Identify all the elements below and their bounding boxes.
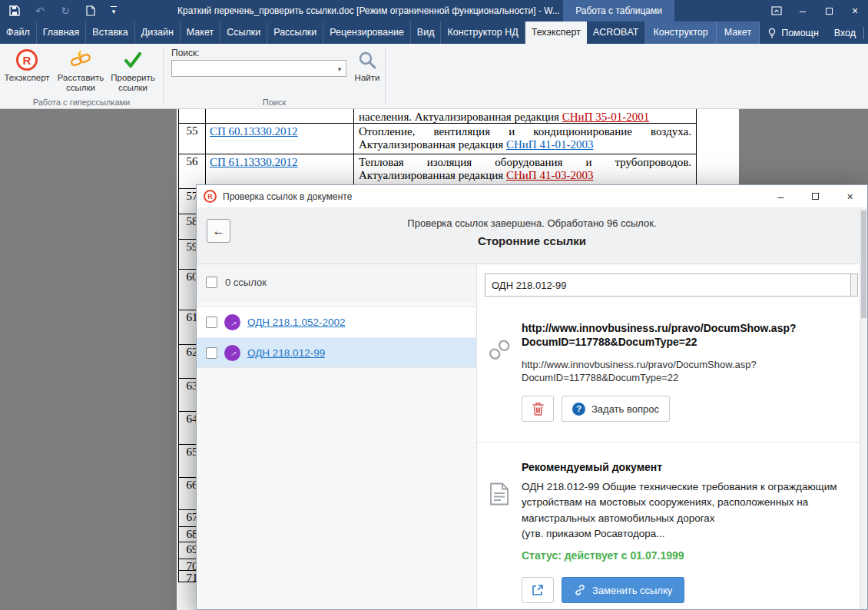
tab-view[interactable]: Вид	[411, 22, 442, 44]
doc-link[interactable]: СНиП 41-01-2003	[506, 138, 593, 151]
maximize-button[interactable]	[816, 0, 842, 22]
doc-link[interactable]: СП 60.13330.2012	[210, 125, 298, 138]
row-number: 55	[179, 124, 206, 154]
select-all-checkbox[interactable]	[206, 277, 217, 288]
dialog-maximize-button[interactable]	[798, 185, 833, 207]
tab-home[interactable]: Главная	[37, 22, 87, 44]
external-link-icon	[532, 584, 544, 596]
tab-constructor-nd[interactable]: Конструктор НД	[441, 22, 525, 44]
techexpert-button[interactable]: R Техэксперт	[2, 45, 52, 94]
check-status-text: Проверка ссылок завершена. Обработано 96…	[197, 208, 867, 229]
tab-review[interactable]: Рецензирование	[323, 22, 411, 44]
item-link[interactable]: ОДН 218.1.052-2002	[247, 317, 345, 328]
link-check-dialog: R Проверка ссылок в документе – × ← Пров…	[196, 184, 868, 610]
dialog-title: Проверка ссылок в документе	[223, 191, 764, 202]
table-row: населения. Актуализированная редакция СН…	[179, 109, 697, 124]
doc-link[interactable]: СП 61.13330.2012	[210, 156, 298, 168]
tab-insert[interactable]: Вставка	[86, 22, 134, 44]
document-mode-icon[interactable]	[84, 4, 98, 18]
place-links-button[interactable]: Расставить ссылки	[55, 45, 106, 94]
tab-design[interactable]: Дизайн	[135, 22, 181, 44]
search-button-partial[interactable]	[851, 274, 858, 297]
group-separator	[385, 48, 386, 104]
dialog-close-button[interactable]: ×	[833, 185, 867, 207]
links-count-row: 0 ссылок	[197, 264, 476, 300]
link-url-bold: http://www.innovbusiness.ru/pravo/DocumS…	[522, 321, 853, 349]
chain-link-icon	[477, 321, 522, 422]
document-search-input[interactable]	[485, 274, 851, 297]
replace-link-button[interactable]: Заменить ссылку	[562, 577, 684, 603]
ribbon: R Техэксперт Расставить ссылки Проверить…	[0, 44, 868, 109]
tab-layout[interactable]: Макет	[181, 22, 220, 44]
dialog-header: ← Проверка ссылок завершена. Обработано …	[197, 208, 867, 264]
tell-me-label: Помощн	[781, 28, 819, 38]
tell-me-button[interactable]: Помощн	[760, 22, 827, 44]
tab-table-layout[interactable]: Макет	[717, 22, 760, 44]
tab-references[interactable]: Ссылки	[220, 22, 267, 44]
recommended-title: Рекомендуемый документ	[522, 461, 853, 473]
trash-icon	[532, 403, 544, 416]
contextual-tab-group-label: Работа с таблицами	[563, 0, 674, 22]
search-group-label: Поиск	[164, 98, 385, 107]
link-url-text: http://www.innovbusiness.ru/pravo/DocumS…	[522, 359, 853, 385]
scrollbar-thumb[interactable]	[861, 211, 866, 318]
document-search-row	[485, 274, 858, 297]
minimize-button[interactable]: –	[790, 0, 816, 22]
tab-acrobat[interactable]: ACROBAT	[587, 22, 646, 44]
techexpert-logo-icon: R	[204, 190, 217, 203]
share-button[interactable]: Общий доступ	[864, 22, 868, 44]
redo-icon[interactable]: ↻	[58, 4, 72, 18]
redirect-icon: →	[224, 314, 240, 330]
doc-link[interactable]: СНиП 35-01-2001	[562, 111, 649, 123]
tab-file[interactable]: Файл	[0, 22, 37, 44]
maximize-icon	[812, 193, 819, 200]
hyperlinks-group-label: Работа с гиперссылками	[0, 98, 163, 107]
search-group: Поиск: ▾ Найти Поиск	[164, 44, 385, 108]
status-badge: Статус: действует с 01.07.1999	[522, 549, 853, 562]
techexpert-logo-icon: R	[16, 49, 38, 71]
item-link[interactable]: ОДН 218.012-99	[247, 347, 325, 359]
place-links-label: Расставить ссылки	[55, 73, 106, 93]
item-checkbox[interactable]	[206, 317, 217, 328]
back-button[interactable]: ←	[207, 219, 230, 243]
section-title: Сторонние ссылки	[197, 234, 867, 247]
check-links-button[interactable]: Проверить ссылки	[108, 45, 158, 94]
question-icon: ?	[572, 403, 585, 416]
ask-question-button[interactable]: ? Задать вопрос	[562, 396, 670, 422]
replace-link-label: Заменить ссылку	[592, 585, 672, 596]
section-divider	[477, 442, 867, 443]
open-document-button[interactable]	[522, 577, 554, 603]
table-row: 56 СП 61.13330.2012 Тепловая изоляция об…	[179, 154, 697, 189]
customize-qat-icon[interactable]: ▾	[109, 4, 118, 18]
dialog-minimize-button[interactable]: –	[764, 185, 798, 207]
links-list-panel: 0 ссылок → ОДН 218.1.052-2002 → ОДН 218.…	[197, 264, 477, 609]
undo-icon[interactable]: ↶	[33, 4, 47, 18]
delete-link-button[interactable]	[522, 396, 554, 422]
search-field-label: Поиск:	[171, 48, 200, 58]
sign-in-button[interactable]: Вход	[827, 22, 863, 44]
maximize-icon	[826, 8, 833, 15]
document-icon	[477, 461, 522, 603]
ribbon-search-input[interactable]	[172, 61, 333, 76]
ribbon-tab-row: Файл Главная Вставка Дизайн Макет Ссылки…	[0, 22, 868, 44]
dialog-scrollbar[interactable]	[860, 208, 867, 609]
save-icon[interactable]	[8, 4, 22, 18]
recommended-text: ОДН 218.012-99 Общие технические требова…	[522, 479, 853, 542]
list-item[interactable]: → ОДН 218.1.052-2002	[197, 307, 476, 337]
lightbulb-icon	[767, 28, 777, 38]
list-item[interactable]: → ОДН 218.012-99	[197, 337, 476, 367]
close-button[interactable]: ×	[842, 0, 868, 22]
combo-dropdown-icon[interactable]: ▾	[333, 61, 346, 76]
tab-table-design[interactable]: Конструктор	[645, 22, 716, 44]
tab-techexpert[interactable]: Техэксперт	[525, 22, 587, 44]
find-button[interactable]: Найти	[350, 45, 385, 94]
recommended-document-section: Рекомендуемый документ ОДН 218.012-99 Об…	[477, 461, 867, 603]
link-url-section: http://www.innovbusiness.ru/pravo/DocumS…	[477, 321, 867, 422]
ribbon-display-options-icon[interactable]	[764, 0, 790, 22]
row-number: 56	[179, 154, 206, 188]
doc-link[interactable]: СНиП 41-03-2003	[506, 169, 593, 181]
cell-text: населения. Актуализированная редакция	[359, 111, 562, 123]
item-checkbox[interactable]	[206, 347, 217, 359]
window-controls: – ×	[764, 0, 868, 22]
tab-mailings[interactable]: Рассылки	[267, 22, 323, 44]
